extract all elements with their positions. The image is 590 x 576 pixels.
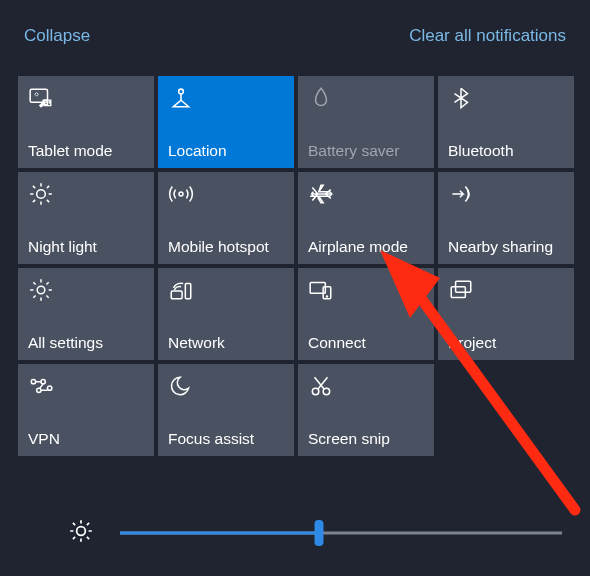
network-icon: [168, 276, 284, 304]
tile-label: Mobile hotspot: [168, 238, 284, 255]
tile-label: Airplane mode: [308, 238, 424, 255]
collapse-link[interactable]: Collapse: [24, 26, 90, 46]
nearby-sharing-icon: [448, 180, 564, 208]
tile-label: Nearby sharing: [448, 238, 564, 255]
svg-point-5: [37, 286, 45, 294]
tile-label: Project: [448, 334, 564, 351]
tile-all-settings[interactable]: All settings: [18, 268, 154, 360]
tile-focus-assist[interactable]: Focus assist: [158, 364, 294, 456]
tile-tablet-mode[interactable]: Tablet mode: [18, 76, 154, 168]
action-center-header: Collapse Clear all notifications: [18, 26, 572, 46]
clear-notifications-link[interactable]: Clear all notifications: [409, 26, 566, 46]
tile-mobile-hotspot[interactable]: Mobile hotspot: [158, 172, 294, 264]
tile-label: Battery saver: [308, 142, 424, 159]
tile-project[interactable]: Project: [438, 268, 574, 360]
tile-label: Screen snip: [308, 430, 424, 447]
tablet-mode-icon: [28, 84, 144, 112]
brightness-row: [0, 518, 590, 548]
connect-icon: [308, 276, 424, 304]
tile-vpn[interactable]: VPN: [18, 364, 154, 456]
brightness-slider[interactable]: [120, 521, 562, 545]
svg-point-16: [37, 388, 41, 392]
settings-gear-icon: [28, 276, 144, 304]
svg-point-20: [77, 527, 86, 536]
svg-rect-6: [171, 291, 182, 299]
night-light-icon: [28, 180, 144, 208]
svg-point-11: [326, 296, 327, 297]
focus-assist-icon: [168, 372, 284, 400]
svg-rect-7: [185, 284, 190, 299]
vpn-icon: [28, 372, 144, 400]
tile-location[interactable]: Location: [158, 76, 294, 168]
tile-airplane-mode[interactable]: Airplane mode: [298, 172, 434, 264]
battery-saver-icon: [308, 84, 424, 112]
tile-label: Focus assist: [168, 430, 284, 447]
screen-snip-icon: [308, 372, 424, 400]
tile-connect[interactable]: Connect: [298, 268, 434, 360]
tile-label: Connect: [308, 334, 424, 351]
tile-label: All settings: [28, 334, 144, 351]
tile-label: Network: [168, 334, 284, 351]
airplane-icon: [308, 180, 424, 208]
svg-point-3: [37, 190, 46, 199]
svg-point-2: [179, 89, 184, 94]
project-icon: [448, 276, 564, 304]
svg-point-4: [179, 192, 183, 196]
tile-label: Location: [168, 142, 284, 159]
tile-label: VPN: [28, 430, 144, 447]
svg-point-15: [41, 380, 45, 384]
mobile-hotspot-icon: [168, 180, 284, 208]
tile-nearby-sharing[interactable]: Nearby sharing: [438, 172, 574, 264]
tile-label: Tablet mode: [28, 142, 144, 159]
tile-battery-saver[interactable]: Battery saver: [298, 76, 434, 168]
tile-night-light[interactable]: Night light: [18, 172, 154, 264]
tile-bluetooth[interactable]: Bluetooth: [438, 76, 574, 168]
tile-label: Night light: [28, 238, 144, 255]
svg-point-14: [31, 380, 35, 384]
tile-screen-snip[interactable]: Screen snip: [298, 364, 434, 456]
svg-point-17: [48, 386, 52, 390]
brightness-icon: [68, 518, 94, 548]
tile-label: Bluetooth: [448, 142, 564, 159]
location-icon: [168, 84, 284, 112]
bluetooth-icon: [448, 84, 564, 112]
quick-actions-grid: Tablet mode Location Battery saver Bluet…: [18, 76, 572, 456]
tile-network[interactable]: Network: [158, 268, 294, 360]
